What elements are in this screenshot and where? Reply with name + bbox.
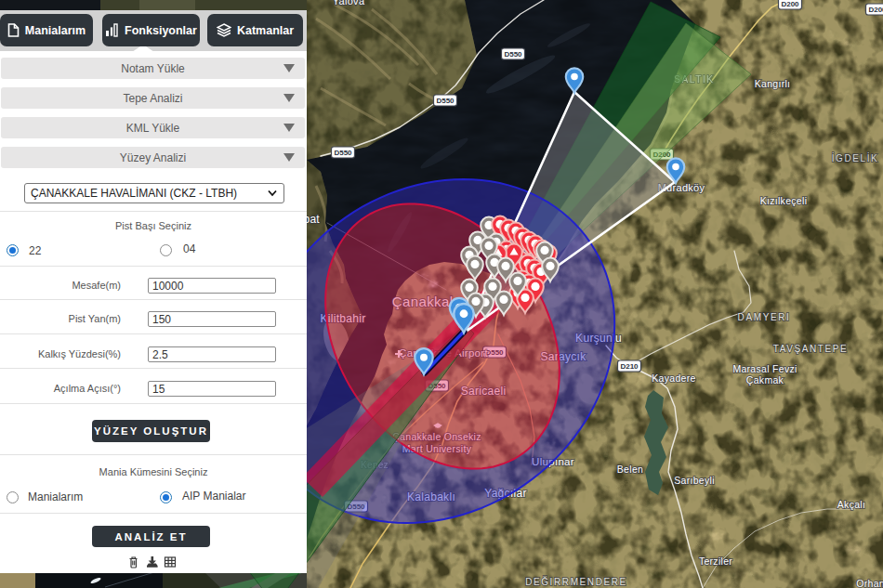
svg-text:D550: D550	[334, 149, 352, 157]
svg-text:Marasal Fevzi: Marasal Fevzi	[732, 363, 797, 374]
svg-text:D210: D210	[620, 362, 639, 371]
svg-text:Yalova: Yalova	[333, 0, 365, 7]
svg-text:Terziler: Terziler	[699, 555, 732, 567]
svg-text:Sarıbeyli: Sarıbeyli	[674, 475, 715, 486]
svg-text:TAVŞANTEPE: TAVŞANTEPE	[773, 344, 849, 354]
svg-text:Orhani: Orhani	[856, 578, 883, 588]
svg-text:Kangırlı: Kangırlı	[755, 78, 791, 89]
svg-text:İGDELİK: İGDELİK	[832, 152, 879, 163]
svg-text:Belen: Belen	[617, 464, 643, 475]
svg-text:Akçalı: Akçalı	[837, 499, 865, 510]
svg-text:DEĞIRRMENDERE: DEĞIRRMENDERE	[525, 576, 627, 587]
svg-text:Çakmak: Çakmak	[746, 374, 784, 385]
svg-text:D200: D200	[868, 6, 883, 14]
svg-text:DAMYERI: DAMYERI	[738, 312, 791, 322]
svg-text:D550: D550	[436, 97, 455, 105]
svg-text:D550: D550	[504, 50, 522, 59]
svg-text:Kızılkeçeli: Kızılkeçeli	[760, 195, 808, 206]
svg-text:D200: D200	[781, 0, 799, 8]
svg-text:Kayadere: Kayadere	[652, 372, 695, 384]
